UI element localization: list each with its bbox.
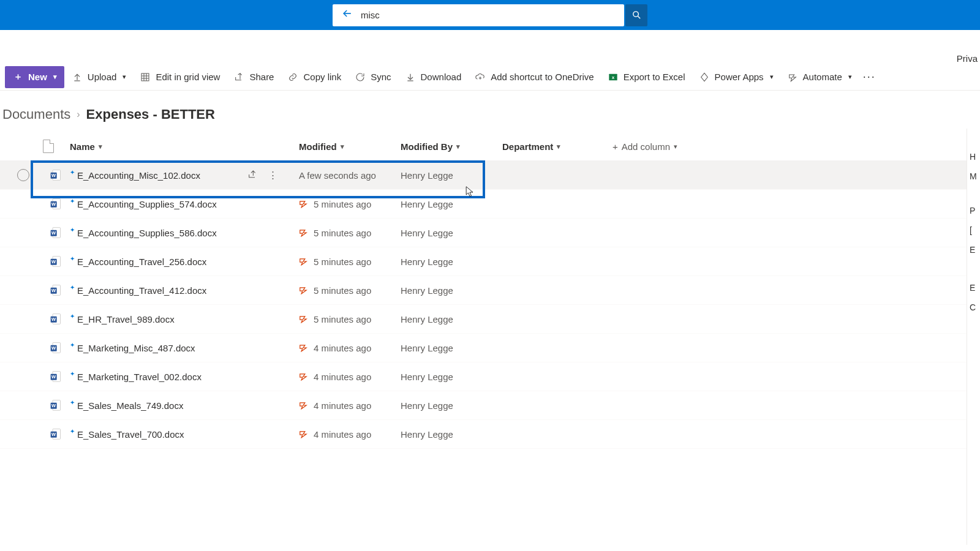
modified-cell: 5 minutes ago xyxy=(299,228,401,238)
table-row[interactable]: W ✦E_Sales_Meals_749.docx 4 minutes ago … xyxy=(0,391,980,420)
back-arrow-icon[interactable] xyxy=(337,7,357,23)
svg-text:W: W xyxy=(51,432,56,437)
command-bar: ＋ New ▾ Upload ▾ Edit in grid view Share… xyxy=(0,64,980,91)
onedrive-shortcut-icon xyxy=(475,72,486,83)
chevron-down-icon: ▾ xyxy=(848,73,852,81)
automate-button[interactable]: Automate ▾ xyxy=(781,66,858,88)
svg-text:W: W xyxy=(51,374,56,380)
sync-icon xyxy=(355,72,366,83)
cursor-icon xyxy=(466,186,474,198)
add-shortcut-button[interactable]: Add shortcut to OneDrive xyxy=(469,66,600,88)
more-actions-icon[interactable]: ⋮ xyxy=(268,170,277,181)
svg-text:W: W xyxy=(51,173,56,178)
svg-text:W: W xyxy=(51,345,56,351)
word-doc-icon: W xyxy=(42,198,70,210)
svg-text:W: W xyxy=(51,403,56,408)
list-header: Name▾ Modified▾ Modified By▾ Department▾… xyxy=(0,132,980,161)
chevron-down-icon: ▾ xyxy=(770,73,774,81)
header-spacer: Priva xyxy=(0,30,980,64)
flow-icon xyxy=(299,286,307,294)
modified-cell: 5 minutes ago xyxy=(299,199,401,209)
flow-icon xyxy=(299,228,307,237)
new-indicator-icon: ✦ xyxy=(70,255,75,262)
column-department[interactable]: Department▾ xyxy=(502,141,612,152)
file-name[interactable]: ✦E_Accounting_Supplies_586.docx xyxy=(70,227,247,239)
file-name[interactable]: ✦E_HR_Travel_989.docx xyxy=(70,313,247,326)
modified-by-cell: Henry Legge xyxy=(401,372,502,382)
table-row[interactable]: W ✦E_Accounting_Travel_412.docx 5 minute… xyxy=(0,276,980,305)
word-doc-icon: W xyxy=(42,284,70,296)
table-row[interactable]: W ✦E_Sales_Travel_700.docx 4 minutes ago… xyxy=(0,420,980,449)
overflow-button[interactable]: ··· xyxy=(859,66,880,88)
grid-icon xyxy=(140,72,151,83)
file-name[interactable]: ✦E_Accounting_Supplies_574.docx xyxy=(70,198,247,211)
modified-by-cell: Henry Legge xyxy=(401,343,502,353)
file-name[interactable]: ✦E_Accounting_Misc_102.docx xyxy=(70,169,247,182)
share-button[interactable]: Share xyxy=(227,66,280,88)
sync-button[interactable]: Sync xyxy=(349,66,397,88)
modified-by-cell: Henry Legge xyxy=(401,257,502,267)
word-doc-icon: W xyxy=(42,370,70,383)
column-name[interactable]: Name▾ xyxy=(70,141,247,152)
chevron-right-icon: › xyxy=(77,109,80,120)
export-excel-button[interactable]: x Export to Excel xyxy=(601,66,692,88)
chevron-down-icon: ▾ xyxy=(674,143,677,151)
column-modified-by[interactable]: Modified By▾ xyxy=(401,141,502,152)
svg-point-0 xyxy=(633,12,638,17)
search-input[interactable] xyxy=(357,4,619,26)
power-apps-button[interactable]: Power Apps ▾ xyxy=(693,66,780,88)
flow-icon xyxy=(299,343,307,352)
table-row[interactable]: W ✦E_Marketing_Misc_487.docx 4 minutes a… xyxy=(0,334,980,362)
column-modified[interactable]: Modified▾ xyxy=(299,141,401,152)
share-icon xyxy=(233,72,244,83)
edit-grid-button[interactable]: Edit in grid view xyxy=(134,66,226,88)
search-box[interactable] xyxy=(333,4,624,26)
power-apps-icon xyxy=(699,72,710,83)
document-list: Name▾ Modified▾ Modified By▾ Department▾… xyxy=(0,132,980,449)
header-right-label: Priva xyxy=(957,53,978,64)
breadcrumb-root[interactable]: Documents xyxy=(2,107,70,122)
search-icon xyxy=(631,10,642,20)
file-type-header-icon[interactable] xyxy=(43,140,54,153)
details-pane: HMP[EEC xyxy=(967,129,980,449)
add-column-button[interactable]: +Add column▾ xyxy=(612,141,980,152)
download-button[interactable]: Download xyxy=(399,66,468,88)
flow-icon xyxy=(299,257,307,266)
table-row[interactable]: W ✦E_Marketing_Travel_002.docx 4 minutes… xyxy=(0,362,980,391)
file-name[interactable]: ✦E_Marketing_Travel_002.docx xyxy=(70,370,247,383)
download-label: Download xyxy=(421,72,462,82)
svg-text:W: W xyxy=(51,230,56,236)
file-name[interactable]: ✦E_Marketing_Misc_487.docx xyxy=(70,342,247,354)
table-row[interactable]: W ✦E_Accounting_Supplies_586.docx 5 minu… xyxy=(0,219,980,247)
table-row[interactable]: W ✦E_Accounting_Supplies_574.docx 5 minu… xyxy=(0,190,980,219)
new-indicator-icon: ✦ xyxy=(70,227,75,233)
new-label: New xyxy=(28,72,47,82)
word-doc-icon: W xyxy=(42,313,70,325)
chevron-down-icon: ▾ xyxy=(99,143,102,151)
modified-by-cell: Henry Legge xyxy=(401,429,502,440)
svg-text:W: W xyxy=(51,317,56,322)
new-indicator-icon: ✦ xyxy=(70,313,75,320)
share-label: Share xyxy=(249,72,274,82)
new-indicator-icon: ✦ xyxy=(70,169,75,176)
search-button[interactable] xyxy=(625,4,647,26)
share-icon[interactable] xyxy=(247,170,257,181)
file-name[interactable]: ✦E_Sales_Travel_700.docx xyxy=(70,428,247,441)
chevron-down-icon: ▾ xyxy=(123,73,126,81)
modified-cell: 4 minutes ago xyxy=(299,343,401,353)
chevron-down-icon: ▾ xyxy=(341,143,344,151)
upload-button[interactable]: Upload ▾ xyxy=(66,66,133,88)
modified-cell: 4 minutes ago xyxy=(299,400,401,411)
row-select-circle[interactable] xyxy=(17,169,29,181)
table-row[interactable]: W ✦E_HR_Travel_989.docx 5 minutes ago He… xyxy=(0,305,980,334)
modified-cell: A few seconds ago xyxy=(299,170,401,181)
file-name[interactable]: ✦E_Accounting_Travel_256.docx xyxy=(70,255,247,268)
table-row[interactable]: W ✦E_Accounting_Misc_102.docx ⋮ A few se… xyxy=(0,161,980,190)
new-button[interactable]: ＋ New ▾ xyxy=(5,66,64,88)
svg-text:W: W xyxy=(51,259,56,264)
table-row[interactable]: W ✦E_Accounting_Travel_256.docx 5 minute… xyxy=(0,247,980,276)
copy-link-button[interactable]: Copy link xyxy=(281,66,347,88)
file-name[interactable]: ✦E_Accounting_Travel_412.docx xyxy=(70,284,247,297)
chevron-down-icon: ▾ xyxy=(53,73,57,81)
file-name[interactable]: ✦E_Sales_Meals_749.docx xyxy=(70,399,247,412)
